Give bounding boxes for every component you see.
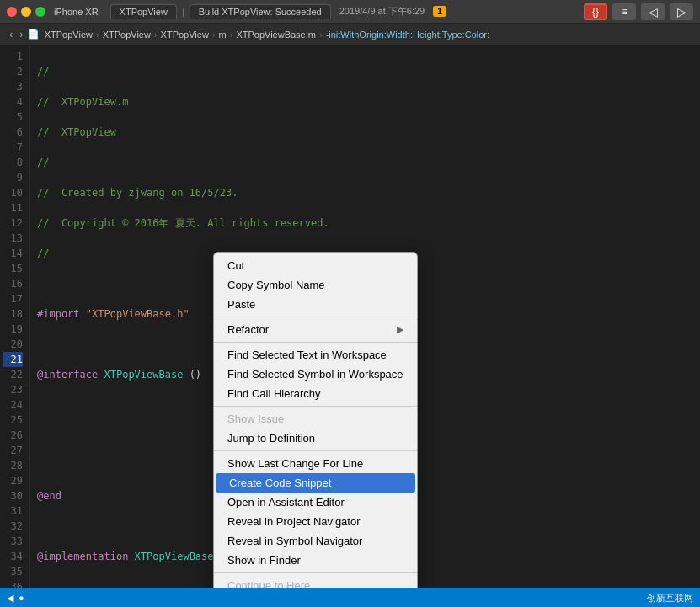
cm-find-text[interactable]: Find Selected Text in Workspace (214, 345, 417, 365)
device-label: iPhone XR (54, 7, 99, 17)
breadcrumb-item-1[interactable]: XTPopView (45, 29, 93, 40)
forward-nav-button[interactable]: ▷ (670, 3, 693, 20)
cm-find-symbol[interactable]: Find Selected Symbol in Workspace (214, 365, 417, 384)
line-numbers: 12345 678910 1112131415 1617181920 21 22… (0, 45, 30, 588)
curly-braces-button[interactable]: {} (584, 3, 607, 20)
status-bar: ◀ ● 创新互联网 (0, 588, 700, 607)
title-bar-left: iPhone XR XTPopView | Build XTPopView: S… (7, 4, 579, 19)
file-icon: 📄 (28, 29, 40, 40)
cm-open-assistant[interactable]: Open in Assistant Editor (214, 493, 417, 512)
cm-show-issue: Show Issue (214, 409, 417, 429)
breadcrumb-item-file[interactable]: XTPopViewBase.m (236, 29, 316, 40)
warning-badge: 1 (433, 6, 446, 17)
cm-jump-definition[interactable]: Jump to Definition (214, 429, 417, 448)
cm-sep-4 (214, 450, 417, 451)
breadcrumb-item-m[interactable]: m (219, 29, 227, 40)
status-bar-left: ◀ ● (7, 593, 640, 604)
breadcrumb-bar: ‹ › 📄 XTPopView › XTPopView › XTPopView … (0, 24, 700, 45)
status-indicator: ● (19, 593, 24, 603)
breadcrumb-item-3[interactable]: XTPopView (161, 29, 209, 40)
tab-build[interactable]: Build XTPopView: Succeeded (190, 4, 331, 19)
build-status: Succeeded (275, 7, 322, 17)
list-button[interactable]: ≡ (612, 3, 636, 20)
cm-sep-5 (214, 572, 417, 573)
breadcrumb-item-2[interactable]: XTPopView (103, 29, 151, 40)
title-bar: iPhone XR XTPopView | Build XTPopView: S… (0, 0, 700, 24)
back-button[interactable]: ‹ (7, 28, 15, 40)
cm-cut[interactable]: Cut (214, 256, 417, 275)
build-timestamp: 2019/4/9 at 下午6:29 (339, 5, 425, 18)
title-bar-right: {} ≡ ◁ ▷ (584, 3, 693, 20)
back-nav-button[interactable]: ◁ (641, 3, 665, 20)
cm-show-last-change[interactable]: Show Last Change For Line (214, 454, 417, 473)
cm-show-finder[interactable]: Show in Finder (214, 551, 417, 570)
minimize-button[interactable] (21, 7, 31, 17)
context-menu: Cut Copy Symbol Name Paste Refactor ▶ Fi… (213, 252, 418, 588)
tab-xtpopview[interactable]: XTPopView (110, 4, 177, 19)
cm-reveal-symbol[interactable]: Reveal in Symbol Navigator (214, 531, 417, 551)
cm-refactor[interactable]: Refactor ▶ (214, 320, 417, 339)
traffic-lights (7, 7, 45, 17)
fullscreen-button[interactable] (35, 7, 45, 17)
breadcrumb-item-method[interactable]: -initWithOrigin:Width:Height:Type:Color: (326, 29, 489, 40)
cm-paste[interactable]: Paste (214, 295, 417, 314)
status-bar-right: 创新互联网 (647, 592, 693, 604)
forward-button[interactable]: › (17, 28, 25, 40)
status-icon: ◀ (7, 593, 13, 604)
cm-sep-3 (214, 406, 417, 407)
cm-continue-here: Continue to Here (214, 576, 417, 588)
editor-area: 12345 678910 1112131415 1617181920 21 22… (0, 45, 700, 588)
cm-sep-1 (214, 317, 417, 317)
cm-sep-2 (214, 342, 417, 343)
cm-create-snippet[interactable]: Create Code Snippet (216, 473, 415, 493)
cm-find-call-hierarchy[interactable]: Find Call Hierarchy (214, 384, 417, 403)
close-button[interactable] (7, 7, 17, 17)
cm-reveal-project[interactable]: Reveal in Project Navigator (214, 512, 417, 531)
watermark: 创新互联网 (647, 592, 693, 604)
tab-separator: | (182, 7, 184, 17)
cm-copy-symbol-name[interactable]: Copy Symbol Name (214, 275, 417, 295)
